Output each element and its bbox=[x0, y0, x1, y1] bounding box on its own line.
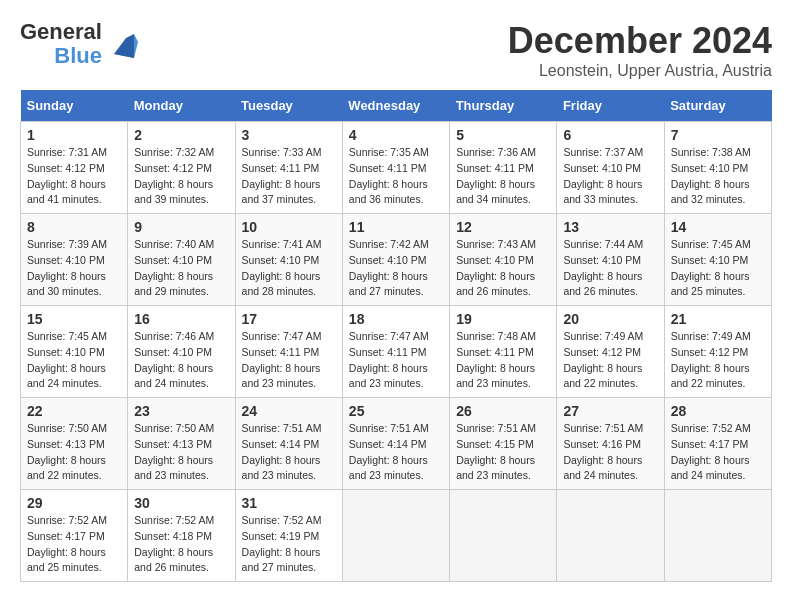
day-info: Sunrise: 7:51 AMSunset: 4:14 PMDaylight:… bbox=[242, 421, 336, 484]
day-info: Sunrise: 7:44 AMSunset: 4:10 PMDaylight:… bbox=[563, 237, 657, 300]
day-info: Sunrise: 7:36 AMSunset: 4:11 PMDaylight:… bbox=[456, 145, 550, 208]
calendar-cell: 19Sunrise: 7:48 AMSunset: 4:11 PMDayligh… bbox=[450, 306, 557, 398]
calendar-table: Sunday Monday Tuesday Wednesday Thursday… bbox=[20, 90, 772, 582]
day-info: Sunrise: 7:43 AMSunset: 4:10 PMDaylight:… bbox=[456, 237, 550, 300]
day-number: 23 bbox=[134, 403, 228, 419]
calendar-cell: 27Sunrise: 7:51 AMSunset: 4:16 PMDayligh… bbox=[557, 398, 664, 490]
header-row: Sunday Monday Tuesday Wednesday Thursday… bbox=[21, 90, 772, 122]
calendar-cell: 11Sunrise: 7:42 AMSunset: 4:10 PMDayligh… bbox=[342, 214, 449, 306]
day-info: Sunrise: 7:52 AMSunset: 4:17 PMDaylight:… bbox=[27, 513, 121, 576]
day-info: Sunrise: 7:33 AMSunset: 4:11 PMDaylight:… bbox=[242, 145, 336, 208]
month-title: December 2024 bbox=[508, 20, 772, 62]
calendar-cell: 24Sunrise: 7:51 AMSunset: 4:14 PMDayligh… bbox=[235, 398, 342, 490]
calendar-cell: 26Sunrise: 7:51 AMSunset: 4:15 PMDayligh… bbox=[450, 398, 557, 490]
calendar-cell: 20Sunrise: 7:49 AMSunset: 4:12 PMDayligh… bbox=[557, 306, 664, 398]
calendar-cell: 9Sunrise: 7:40 AMSunset: 4:10 PMDaylight… bbox=[128, 214, 235, 306]
day-number: 26 bbox=[456, 403, 550, 419]
day-number: 28 bbox=[671, 403, 765, 419]
calendar-cell: 2Sunrise: 7:32 AMSunset: 4:12 PMDaylight… bbox=[128, 122, 235, 214]
calendar-cell: 18Sunrise: 7:47 AMSunset: 4:11 PMDayligh… bbox=[342, 306, 449, 398]
day-number: 30 bbox=[134, 495, 228, 511]
day-number: 31 bbox=[242, 495, 336, 511]
calendar-cell: 16Sunrise: 7:46 AMSunset: 4:10 PMDayligh… bbox=[128, 306, 235, 398]
day-info: Sunrise: 7:52 AMSunset: 4:17 PMDaylight:… bbox=[671, 421, 765, 484]
calendar-cell: 15Sunrise: 7:45 AMSunset: 4:10 PMDayligh… bbox=[21, 306, 128, 398]
day-number: 3 bbox=[242, 127, 336, 143]
calendar-cell: 12Sunrise: 7:43 AMSunset: 4:10 PMDayligh… bbox=[450, 214, 557, 306]
logo-text: General bbox=[20, 20, 102, 44]
page-header: General Blue December 2024 Leonstein, Up… bbox=[20, 20, 772, 80]
day-number: 18 bbox=[349, 311, 443, 327]
day-number: 24 bbox=[242, 403, 336, 419]
day-info: Sunrise: 7:40 AMSunset: 4:10 PMDaylight:… bbox=[134, 237, 228, 300]
day-info: Sunrise: 7:38 AMSunset: 4:10 PMDaylight:… bbox=[671, 145, 765, 208]
col-wednesday: Wednesday bbox=[342, 90, 449, 122]
logo-icon bbox=[106, 30, 138, 58]
day-info: Sunrise: 7:51 AMSunset: 4:16 PMDaylight:… bbox=[563, 421, 657, 484]
calendar-cell bbox=[450, 490, 557, 582]
day-number: 5 bbox=[456, 127, 550, 143]
col-thursday: Thursday bbox=[450, 90, 557, 122]
day-number: 11 bbox=[349, 219, 443, 235]
day-number: 20 bbox=[563, 311, 657, 327]
calendar-cell: 6Sunrise: 7:37 AMSunset: 4:10 PMDaylight… bbox=[557, 122, 664, 214]
day-info: Sunrise: 7:52 AMSunset: 4:19 PMDaylight:… bbox=[242, 513, 336, 576]
day-number: 12 bbox=[456, 219, 550, 235]
calendar-cell: 29Sunrise: 7:52 AMSunset: 4:17 PMDayligh… bbox=[21, 490, 128, 582]
col-friday: Friday bbox=[557, 90, 664, 122]
day-info: Sunrise: 7:39 AMSunset: 4:10 PMDaylight:… bbox=[27, 237, 121, 300]
calendar-cell: 5Sunrise: 7:36 AMSunset: 4:11 PMDaylight… bbox=[450, 122, 557, 214]
day-number: 6 bbox=[563, 127, 657, 143]
calendar-cell: 21Sunrise: 7:49 AMSunset: 4:12 PMDayligh… bbox=[664, 306, 771, 398]
day-number: 7 bbox=[671, 127, 765, 143]
calendar-cell: 17Sunrise: 7:47 AMSunset: 4:11 PMDayligh… bbox=[235, 306, 342, 398]
col-saturday: Saturday bbox=[664, 90, 771, 122]
day-info: Sunrise: 7:41 AMSunset: 4:10 PMDaylight:… bbox=[242, 237, 336, 300]
calendar-cell: 7Sunrise: 7:38 AMSunset: 4:10 PMDaylight… bbox=[664, 122, 771, 214]
day-info: Sunrise: 7:49 AMSunset: 4:12 PMDaylight:… bbox=[563, 329, 657, 392]
calendar-cell: 30Sunrise: 7:52 AMSunset: 4:18 PMDayligh… bbox=[128, 490, 235, 582]
day-number: 25 bbox=[349, 403, 443, 419]
day-number: 16 bbox=[134, 311, 228, 327]
svg-marker-1 bbox=[114, 34, 134, 58]
day-number: 1 bbox=[27, 127, 121, 143]
calendar-cell: 14Sunrise: 7:45 AMSunset: 4:10 PMDayligh… bbox=[664, 214, 771, 306]
day-info: Sunrise: 7:50 AMSunset: 4:13 PMDaylight:… bbox=[134, 421, 228, 484]
title-section: December 2024 Leonstein, Upper Austria, … bbox=[508, 20, 772, 80]
day-number: 21 bbox=[671, 311, 765, 327]
day-number: 14 bbox=[671, 219, 765, 235]
day-number: 19 bbox=[456, 311, 550, 327]
day-number: 4 bbox=[349, 127, 443, 143]
calendar-week-5: 29Sunrise: 7:52 AMSunset: 4:17 PMDayligh… bbox=[21, 490, 772, 582]
calendar-cell: 23Sunrise: 7:50 AMSunset: 4:13 PMDayligh… bbox=[128, 398, 235, 490]
calendar-cell bbox=[342, 490, 449, 582]
logo: General Blue bbox=[20, 20, 138, 68]
calendar-week-2: 8Sunrise: 7:39 AMSunset: 4:10 PMDaylight… bbox=[21, 214, 772, 306]
day-number: 22 bbox=[27, 403, 121, 419]
day-number: 27 bbox=[563, 403, 657, 419]
day-info: Sunrise: 7:35 AMSunset: 4:11 PMDaylight:… bbox=[349, 145, 443, 208]
day-info: Sunrise: 7:48 AMSunset: 4:11 PMDaylight:… bbox=[456, 329, 550, 392]
calendar-cell: 1Sunrise: 7:31 AMSunset: 4:12 PMDaylight… bbox=[21, 122, 128, 214]
calendar-cell: 8Sunrise: 7:39 AMSunset: 4:10 PMDaylight… bbox=[21, 214, 128, 306]
day-info: Sunrise: 7:42 AMSunset: 4:10 PMDaylight:… bbox=[349, 237, 443, 300]
calendar-cell: 25Sunrise: 7:51 AMSunset: 4:14 PMDayligh… bbox=[342, 398, 449, 490]
day-info: Sunrise: 7:51 AMSunset: 4:14 PMDaylight:… bbox=[349, 421, 443, 484]
calendar-cell: 22Sunrise: 7:50 AMSunset: 4:13 PMDayligh… bbox=[21, 398, 128, 490]
day-info: Sunrise: 7:52 AMSunset: 4:18 PMDaylight:… bbox=[134, 513, 228, 576]
day-info: Sunrise: 7:51 AMSunset: 4:15 PMDaylight:… bbox=[456, 421, 550, 484]
calendar-cell: 31Sunrise: 7:52 AMSunset: 4:19 PMDayligh… bbox=[235, 490, 342, 582]
calendar-cell: 3Sunrise: 7:33 AMSunset: 4:11 PMDaylight… bbox=[235, 122, 342, 214]
col-sunday: Sunday bbox=[21, 90, 128, 122]
calendar-cell: 10Sunrise: 7:41 AMSunset: 4:10 PMDayligh… bbox=[235, 214, 342, 306]
calendar-week-1: 1Sunrise: 7:31 AMSunset: 4:12 PMDaylight… bbox=[21, 122, 772, 214]
day-number: 17 bbox=[242, 311, 336, 327]
day-number: 10 bbox=[242, 219, 336, 235]
day-info: Sunrise: 7:45 AMSunset: 4:10 PMDaylight:… bbox=[27, 329, 121, 392]
day-info: Sunrise: 7:45 AMSunset: 4:10 PMDaylight:… bbox=[671, 237, 765, 300]
day-info: Sunrise: 7:32 AMSunset: 4:12 PMDaylight:… bbox=[134, 145, 228, 208]
day-info: Sunrise: 7:50 AMSunset: 4:13 PMDaylight:… bbox=[27, 421, 121, 484]
day-info: Sunrise: 7:46 AMSunset: 4:10 PMDaylight:… bbox=[134, 329, 228, 392]
day-number: 2 bbox=[134, 127, 228, 143]
location-title: Leonstein, Upper Austria, Austria bbox=[508, 62, 772, 80]
